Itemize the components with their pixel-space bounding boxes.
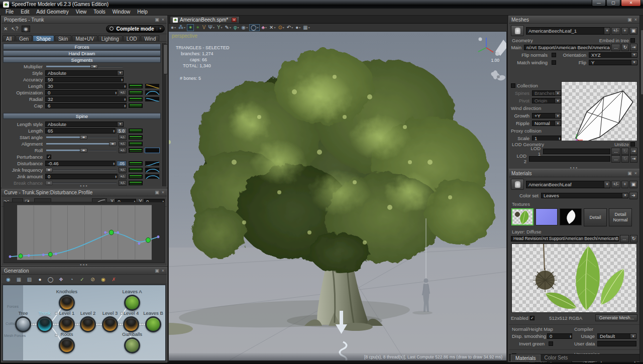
mesh-selector-dropdown[interactable]: AmericanBeechLeaf_1: [526, 27, 610, 35]
menu-file[interactable]: File: [2, 9, 17, 16]
node-leaves-a[interactable]: Leaves A: [124, 295, 140, 311]
ripple-dropdown[interactable]: Normal: [532, 120, 561, 126]
float-icon[interactable]: ▣: [155, 17, 159, 22]
length-spinner[interactable]: 30: [45, 83, 127, 89]
cut-tool-icon[interactable]: ✕▾: [268, 24, 276, 31]
roll-pm[interactable]: +/-: [119, 148, 127, 153]
enabled-checkbox[interactable]: ✓: [530, 316, 534, 320]
gen-grid2-icon[interactable]: ▧: [25, 277, 34, 282]
generation-graph[interactable]: Forces Collision Mesh Forces: [3, 285, 166, 361]
section-hand-drawn[interactable]: Hand Drawn: [3, 50, 161, 56]
alignment-slider[interactable]: ◂▸: [45, 141, 118, 147]
document-tab[interactable]: ♣ AmericanBeech.spm* ×: [170, 16, 240, 24]
length-curve-chip[interactable]: [145, 83, 160, 89]
show-branches-icon[interactable]: V: [201, 24, 207, 31]
close-icon[interactable]: ×: [162, 17, 164, 22]
eye-toggle-icon[interactable]: ◉: [22, 26, 30, 32]
gen-select-icon[interactable]: ◉: [4, 277, 13, 282]
growth-dropdown[interactable]: +Y: [532, 113, 561, 118]
user-data-field[interactable]: [597, 341, 636, 346]
usage-dropdown[interactable]: Default: [597, 333, 636, 339]
spines-dropdown[interactable]: Branches: [532, 90, 561, 96]
right-scrollbar[interactable]: [639, 16, 643, 362]
length-profile-chip[interactable]: [128, 83, 143, 89]
optimization-pm-button[interactable]: +/-: [119, 90, 127, 95]
gen-eye-icon[interactable]: ◔: [67, 277, 76, 282]
spine-length-spinner[interactable]: 65: [45, 128, 116, 134]
diffuse-texture-thumb[interactable]: [511, 208, 533, 225]
tab-materials[interactable]: Materials: [511, 354, 541, 361]
drag-hand-icon[interactable]: [511, 179, 524, 190]
detail-normal-texture-button[interactable]: Detail Normal: [609, 208, 632, 226]
tab-wind[interactable]: Wind: [141, 35, 159, 41]
gen-group-icon[interactable]: ❖: [57, 277, 65, 282]
start-angle-pm[interactable]: +/-: [119, 135, 127, 140]
properties-scrollbar[interactable]: [162, 43, 166, 186]
diffuse-reload-icon[interactable]: ↻: [630, 235, 637, 242]
close-icon[interactable]: ×: [162, 190, 164, 195]
reload-icon[interactable]: ↻: [621, 44, 629, 51]
optimization-profile-chip[interactable]: [128, 90, 143, 95]
close-icon[interactable]: ×: [634, 171, 637, 176]
mesh-copy-button[interactable]: ▣: [629, 27, 637, 35]
radial-curve-chip[interactable]: [145, 96, 160, 102]
section-segments[interactable]: Segments: [3, 57, 161, 63]
lod2-reload-icon[interactable]: ↻: [621, 155, 629, 163]
browse-button[interactable]: ...: [611, 44, 620, 51]
main-mesh-path[interactable]: n/Art Support/American Beech/AmericanBee…: [524, 45, 610, 50]
lod1-browse-button[interactable]: ...: [611, 148, 620, 155]
disturbance-spinner[interactable]: -0.46: [45, 161, 116, 166]
embed-checkbox[interactable]: [630, 38, 635, 43]
menu-view[interactable]: View: [72, 9, 90, 16]
optimization-spinner[interactable]: 0: [45, 90, 118, 95]
diffuse-path[interactable]: Head Revision/Art Support/American Beech…: [511, 236, 619, 241]
eye-display-icon[interactable]: ◉▾: [241, 24, 249, 31]
mushroom-icon[interactable]: ♣▾: [260, 24, 268, 31]
collection-checkbox[interactable]: [511, 83, 515, 88]
alignment-chip[interactable]: [128, 141, 143, 147]
tab-skin[interactable]: Skin: [55, 35, 71, 41]
style-dropdown[interactable]: Absolute: [45, 70, 124, 76]
gen-check-icon[interactable]: ✓: [78, 277, 86, 282]
jink-amount-curve-chip[interactable]: [145, 174, 160, 179]
length-style-dropdown[interactable]: Absolute: [45, 122, 124, 127]
minimize-button[interactable]: —: [592, 0, 606, 7]
lod2-export-icon[interactable]: ⇥: [630, 155, 637, 163]
node-level-2[interactable]: Level 2: [80, 316, 96, 332]
node-leaves-b[interactable]: Leaves B: [145, 316, 161, 332]
lod1-export-icon[interactable]: ⇥: [630, 148, 637, 155]
spine-length-chip[interactable]: [128, 128, 143, 134]
draw-tool-icon[interactable]: ✎▾: [224, 24, 232, 31]
curve-canvas[interactable]: [4, 202, 165, 263]
target-icon[interactable]: ⊙▾: [277, 24, 285, 31]
length-badge[interactable]: 5.0: [117, 128, 127, 134]
lasso-select-icon[interactable]: ◯▾: [249, 24, 260, 31]
gen-sphere-icon[interactable]: ●: [36, 277, 44, 282]
generate-mesh-button[interactable]: Generate Mesh...: [595, 314, 637, 321]
disp-smoothing-spinner[interactable]: 0: [547, 333, 572, 339]
show-leaves-icon[interactable]: ✶: [187, 24, 194, 31]
cap-profile-chip[interactable]: [128, 103, 143, 108]
material-ball-icon[interactable]: ●▾: [294, 24, 301, 31]
cap-spinner[interactable]: 6: [45, 103, 127, 108]
jink-frequency-slider[interactable]: ◂▸: [45, 167, 118, 173]
accuracy-spinner[interactable]: 50: [45, 77, 124, 82]
lod2-browse-button[interactable]: ...: [611, 155, 620, 163]
node-level-4[interactable]: Level 4: [123, 316, 139, 332]
color-set-dropdown[interactable]: Leaves: [541, 193, 628, 198]
radial-profile-chip[interactable]: [128, 96, 143, 102]
gen-focus-icon[interactable]: ◉: [99, 277, 108, 282]
jink-frequency-curve-chip[interactable]: [145, 167, 160, 173]
radial-spinner[interactable]: 32: [45, 96, 127, 102]
pivot-dropdown[interactable]: Origin: [532, 98, 561, 103]
jink-frequency-chip[interactable]: [128, 167, 143, 173]
flip-normals-checkbox[interactable]: [552, 53, 556, 57]
lod1-path[interactable]: [543, 149, 610, 154]
start-angle-chip[interactable]: [128, 135, 143, 140]
menu-add-geometry[interactable]: Add Geometry: [33, 9, 72, 16]
close-icon[interactable]: ×: [634, 17, 637, 22]
tab-lod[interactable]: LOD: [123, 35, 141, 41]
node-level-3[interactable]: Level 3: [102, 316, 118, 332]
tab-gen[interactable]: Gen: [16, 35, 32, 41]
tab-all[interactable]: All: [3, 35, 15, 41]
